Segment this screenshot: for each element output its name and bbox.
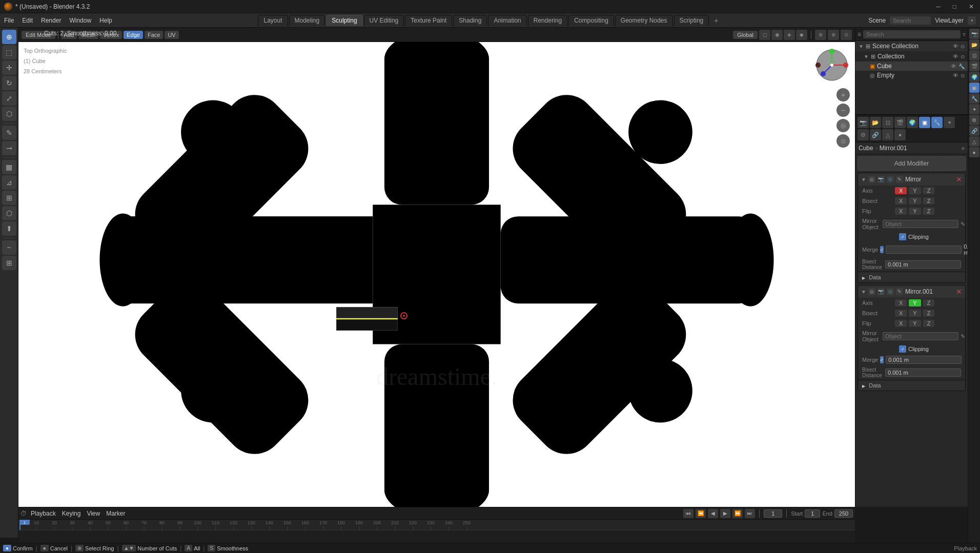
collection-row[interactable]: ▼ ⊞ Collection 👁 ⊙ <box>855 51 968 62</box>
cursor-tool[interactable]: ⊕ <box>2 30 16 44</box>
world-props-icon[interactable]: 🌍 <box>907 117 918 128</box>
menu-help[interactable]: Help <box>95 15 116 26</box>
keying-menu[interactable]: Keying <box>60 509 83 518</box>
bisect-dist-input[interactable] <box>885 260 961 269</box>
render-icon-btn[interactable]: 📷 <box>969 29 979 39</box>
subdivide-tool[interactable]: ⊞ <box>2 256 16 270</box>
tab-layout[interactable]: Layout <box>258 15 288 26</box>
mirror-render-icon[interactable]: 📷 <box>877 176 885 183</box>
inset-tool[interactable]: ⊞ <box>2 191 16 205</box>
tab-scripting[interactable]: Scripting <box>674 15 709 26</box>
m001-x-btn[interactable]: X <box>895 299 907 306</box>
uv-menu[interactable]: UV <box>165 31 178 39</box>
mirror-object-input[interactable] <box>883 220 958 228</box>
window-maximize[interactable]: □ <box>947 3 963 10</box>
cancel-status[interactable]: ● Cancel <box>40 545 68 551</box>
object-props-icon[interactable]: ▣ <box>919 117 930 128</box>
knife-tool[interactable]: ⊿ <box>2 175 16 190</box>
play-btn[interactable]: ▶ <box>720 509 730 518</box>
loop-cut-tool[interactable]: ▦ <box>2 160 16 174</box>
camera-view-btn[interactable]: ◎ <box>836 119 850 132</box>
scene-eye-icon[interactable]: 👁 <box>953 43 958 49</box>
viewlayer-icon-btn[interactable]: ⊡ <box>969 50 979 60</box>
flip-z-btn[interactable]: Z <box>923 208 935 215</box>
breadcrumb-object[interactable]: Cube <box>859 145 873 152</box>
mirror-x-btn[interactable]: X <box>895 187 907 194</box>
confirm-status[interactable]: ● Confirm <box>3 545 33 551</box>
modifier-icon-btn[interactable]: 🔧 <box>969 93 979 104</box>
zoom-in-btn[interactable]: + <box>836 88 850 101</box>
physics-props-icon[interactable]: ⚙ <box>858 129 869 140</box>
data-icon-btn[interactable]: △ <box>969 136 979 147</box>
face-menu[interactable]: Face <box>145 31 163 39</box>
scene-collection-row[interactable]: ▼ ⊞ Scene Collection 👁 ⊙ <box>855 41 968 51</box>
mirror-expand-icon[interactable]: ▼ <box>861 177 866 182</box>
smooth-tool[interactable]: ~ <box>2 240 16 255</box>
playback-menu[interactable]: Playback <box>29 509 58 518</box>
mesh-menu[interactable]: Mesh <box>78 31 98 39</box>
menu-file[interactable]: File <box>0 15 18 26</box>
mirror-001-edit-icon[interactable]: ✎ <box>896 288 903 295</box>
view-menu[interactable]: Add <box>61 31 77 39</box>
cube-object-row[interactable]: ▣ Cube 👁 🔧 <box>855 62 968 71</box>
scene-restrict-icon[interactable]: ⊙ <box>961 44 965 49</box>
m001-bisect-dist-input[interactable] <box>885 368 961 377</box>
tab-modeling[interactable]: Modeling <box>289 15 325 26</box>
m001-object-edit[interactable]: ✎ <box>961 333 965 340</box>
end-frame-input[interactable] <box>834 509 853 518</box>
xray-btn[interactable]: ⊙ <box>841 30 852 40</box>
add-modifier-btn[interactable]: Add Modifier <box>858 156 966 171</box>
m001-bisect-z[interactable]: Z <box>923 310 935 317</box>
m001-y-btn[interactable]: Y <box>909 299 921 306</box>
empty-object-row[interactable]: ◎ Empty 👁 ⊙ <box>855 71 968 80</box>
m001-z-btn[interactable]: Z <box>923 299 935 306</box>
constraint-props-icon[interactable]: 🔗 <box>870 129 881 140</box>
scene-props-icon[interactable]: 🎬 <box>894 117 906 128</box>
mirror-001-render-icon[interactable]: 📷 <box>877 288 885 295</box>
mirror-realtime-icon[interactable]: ⊙ <box>887 176 894 183</box>
m001-merge-checkbox[interactable]: ✓ <box>880 356 884 363</box>
render-props-icon[interactable]: 📷 <box>858 117 869 128</box>
timeline-ruler[interactable]: 1 10 20 30 40 50 60 70 80 90 1 <box>18 520 855 530</box>
rotate-tool[interactable]: ↻ <box>2 76 16 90</box>
output-props-icon[interactable]: 📂 <box>870 117 881 128</box>
bevel-tool[interactable]: ⬡ <box>2 206 16 220</box>
window-minimize[interactable]: ─ <box>930 3 947 10</box>
marker-menu[interactable]: Marker <box>104 509 127 518</box>
cube-modifier-icon[interactable]: 🔧 <box>958 64 965 69</box>
merge-value-input[interactable] <box>886 245 962 254</box>
timeline-track[interactable] <box>18 530 855 543</box>
data-props-icon[interactable]: △ <box>882 129 893 140</box>
tab-geometry-nodes[interactable]: Geometry Nodes <box>615 15 673 26</box>
transform-tool[interactable]: ⬡ <box>2 107 16 121</box>
solid-btn[interactable]: ◉ <box>771 30 783 40</box>
material-icon-btn[interactable]: ● <box>969 147 979 157</box>
tab-texture-paint[interactable]: Texture Paint <box>405 15 452 26</box>
modifier-props-icon[interactable]: 🔧 <box>931 117 943 128</box>
m001-bisect-y[interactable]: Y <box>909 310 921 317</box>
empty-eye-icon[interactable]: 👁 <box>953 72 958 78</box>
mirror-001-expand[interactable]: ▼ <box>861 289 866 295</box>
bisect-y-btn[interactable]: Y <box>909 197 921 204</box>
tab-compositing[interactable]: Compositing <box>568 15 614 26</box>
mirror-edit-icon[interactable]: ✎ <box>896 176 903 183</box>
overlay-btn[interactable]: ⊕ <box>815 30 826 40</box>
breadcrumb-modifier[interactable]: Mirror.001 <box>880 145 907 152</box>
particle-props-icon[interactable]: ✦ <box>944 117 955 128</box>
m001-bisect-x[interactable]: X <box>895 310 907 317</box>
annotate-tool[interactable]: ✎ <box>2 126 16 140</box>
measure-tool[interactable]: ⊸ <box>2 141 16 155</box>
world-icon-btn[interactable]: 🌍 <box>969 72 979 82</box>
play-reverse-btn[interactable]: ◀ <box>708 509 718 518</box>
mirror-001-close-btn[interactable]: ✕ <box>956 288 962 296</box>
current-frame-input[interactable] <box>764 509 782 518</box>
particles-icon-btn[interactable]: ✦ <box>969 104 979 114</box>
tab-animation[interactable]: Animation <box>488 15 526 26</box>
bisect-x-btn[interactable]: X <box>895 197 907 204</box>
viewport-main[interactable]: Top Orthographic (1) Cube 28 Centimeters <box>18 42 855 507</box>
edge-menu[interactable]: Edge <box>124 31 143 39</box>
constraint-icon-btn[interactable]: 🔗 <box>969 126 979 136</box>
numcuts-status[interactable]: ▲▼ Number of Cuts <box>122 545 177 551</box>
select-box-tool[interactable]: ⬚ <box>2 45 16 59</box>
breadcrumb-options[interactable]: ≡ <box>962 146 965 151</box>
